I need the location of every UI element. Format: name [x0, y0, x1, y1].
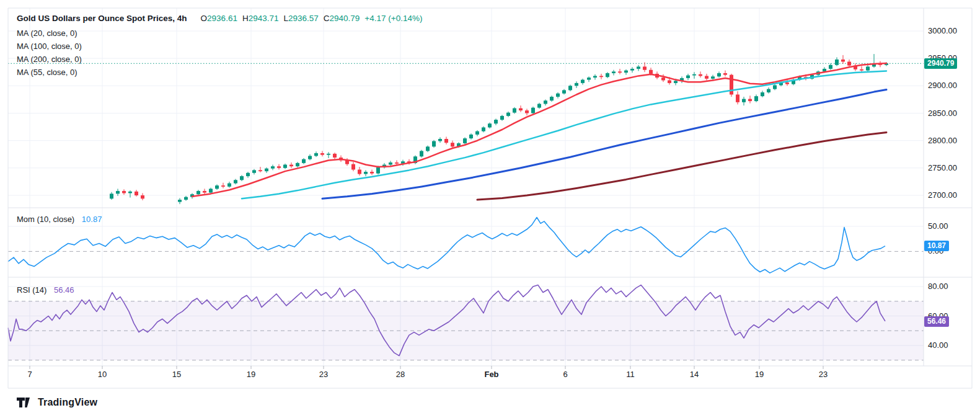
rsi-tick-80: 80.00	[928, 282, 948, 291]
open-value: 2936.61	[207, 14, 237, 23]
chart-canvas[interactable]	[0, 0, 980, 418]
momentum-line	[8, 218, 885, 273]
time-tick-15: 15	[172, 370, 181, 379]
momentum-legend[interactable]: Mom (10, close) 10.87	[17, 215, 102, 224]
change-value: +4.17 (+0.14%)	[364, 14, 422, 23]
time-tick-19: 19	[755, 370, 764, 379]
time-tick-7: 7	[27, 370, 32, 379]
tradingview-logo-text: TradingView	[38, 397, 97, 408]
time-tick-23: 23	[819, 370, 828, 379]
open-label: O	[201, 14, 208, 23]
rsi-tick-40: 40.00	[928, 340, 948, 350]
legend-ma-100-label: MA (100, close, 0)	[17, 42, 82, 51]
price-tick-2900: 2900.00	[928, 81, 957, 90]
candles-layer	[110, 54, 888, 204]
price-tick-2800: 2800.00	[928, 136, 957, 145]
legend-ma-20-label: MA (20, close, 0)	[17, 29, 77, 38]
time-tick-19: 19	[247, 370, 255, 379]
time-tick-6: 6	[563, 370, 567, 379]
time-tick-23: 23	[319, 370, 328, 379]
price-tick-2850: 2850.00	[928, 109, 957, 118]
price-tick-3000: 3000.00	[928, 26, 957, 35]
chart-root: Gold US Dollars per Ounce Spot Prices, 4…	[0, 0, 980, 418]
last-price-badge: 2940.79	[924, 58, 957, 69]
close-label: C	[324, 14, 330, 23]
legend-ma-200-label: MA (200, close, 0)	[17, 55, 82, 64]
price-tick-2700: 2700.00	[928, 190, 957, 200]
rsi-value: 56.46	[54, 285, 74, 295]
low-label: L	[283, 14, 288, 23]
tradingview-logo-icon	[16, 396, 33, 409]
momentum-value: 10.87	[82, 215, 102, 224]
time-tick-11: 11	[626, 370, 635, 379]
legend-ma-55[interactable]: MA (55, close, 0)	[17, 68, 77, 77]
price-tick-2750: 2750.00	[928, 163, 957, 172]
rsi-legend[interactable]: RSI (14) 56.46	[17, 285, 74, 295]
high-value: 2943.71	[249, 14, 279, 23]
line-ma100	[322, 90, 886, 199]
high-label: H	[242, 14, 249, 23]
rsi-badge: 56.46	[924, 316, 949, 327]
momentum-badge: 10.87	[924, 241, 949, 251]
legend-ma-55-label: MA (55, close, 0)	[17, 68, 77, 77]
low-value: 2936.57	[288, 14, 319, 23]
tradingview-logo[interactable]: TradingView	[16, 396, 97, 409]
time-tick-10: 10	[98, 370, 107, 379]
mom-tick-50: 50.00	[928, 221, 948, 231]
time-tick-28: 28	[396, 370, 405, 379]
symbol-title-row[interactable]: Gold US Dollars per Ounce Spot Prices, 4…	[17, 14, 422, 23]
time-tick-Feb: Feb	[484, 370, 498, 379]
momentum-label: Mom (10, close)	[17, 215, 74, 224]
legend-ma-200[interactable]: MA (200, close, 0)	[17, 55, 82, 64]
rsi-label: RSI (14)	[17, 285, 46, 295]
close-value: 2940.79	[330, 14, 360, 23]
legend-ma-100[interactable]: MA (100, close, 0)	[17, 42, 82, 51]
symbol-title: Gold US Dollars per Ounce Spot Prices, 4…	[17, 14, 187, 23]
time-tick-14: 14	[690, 370, 699, 379]
line-ma200	[477, 132, 886, 200]
ohlc-readout: O2936.61H2943.71L2936.57C2940.79+4.17 (+…	[196, 14, 423, 23]
legend-ma-20[interactable]: MA (20, close, 0)	[17, 29, 77, 38]
